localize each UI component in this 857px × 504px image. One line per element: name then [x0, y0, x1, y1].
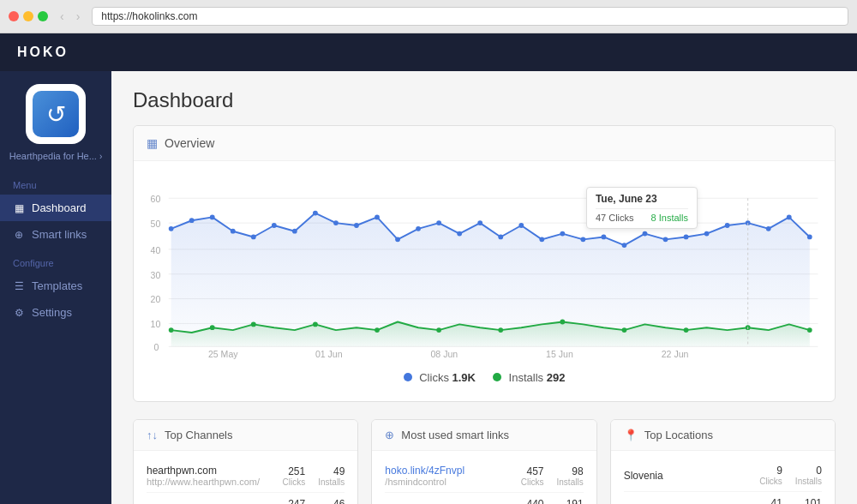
top-locations-title: Top Locations [644, 429, 713, 441]
sidebar-item-settings-label: Settings [32, 306, 72, 319]
logo: HOKO [17, 45, 69, 60]
link-info-1: hoko.link/4zFnvpl /hsmindcontrol [385, 465, 464, 487]
sidebar-item-smart-links-label: Smart links [32, 228, 87, 241]
channels-icon: ↑↓ [147, 429, 158, 441]
svg-point-40 [602, 235, 607, 240]
most-used-links-header: ⊕ Most used smart links [372, 420, 596, 451]
svg-point-21 [210, 215, 215, 220]
top-nav: HOKO [0, 33, 857, 71]
svg-point-55 [375, 327, 380, 333]
svg-text:08 Jun: 08 Jun [431, 349, 458, 359]
configure-section-label: Configure [0, 248, 111, 273]
top-channels-body: hearthpwn.com http://www.hearthpwn.com/ … [134, 451, 357, 504]
most-used-links-card: ⊕ Most used smart links hoko.link/4zFnvp… [371, 419, 596, 504]
chart-legend: Clicks 1.9K Installs 292 [142, 363, 826, 393]
most-used-links-body: hoko.link/4zFnvpl /hsmindcontrol 457 Cli… [372, 451, 596, 504]
overview-card-header: ▦ Overview [134, 126, 835, 161]
clicks-legend: Clicks 1.9K [404, 371, 476, 384]
sidebar-item-dashboard[interactable]: ▦ Dashboard [0, 195, 111, 221]
installs-dot [493, 373, 501, 381]
location-row-1: Slovenia 9 Clicks 0 Installs [624, 459, 822, 492]
sidebar-item-settings[interactable]: ⚙ Settings [0, 299, 111, 326]
svg-text:30: 30 [151, 270, 161, 280]
chart-icon: ▦ [147, 136, 158, 150]
link-installs-2: 191 Installs [557, 498, 584, 504]
link-row-2: hoko.link/i8BSFnv 440 Clicks 191 [385, 493, 583, 504]
installs-legend: Installs 292 [493, 371, 565, 384]
svg-point-53 [251, 321, 256, 327]
link-icon-2: ⊕ [385, 429, 394, 441]
svg-point-54 [313, 321, 318, 327]
svg-point-49 [787, 215, 792, 220]
clicks-legend-label: Clicks [419, 371, 449, 384]
browser-chrome: ‹ › https://hokolinks.com [0, 0, 857, 33]
location-clicks-2: 41 Clicks [759, 497, 782, 504]
forward-button[interactable]: › [71, 8, 86, 25]
svg-point-37 [539, 237, 544, 242]
sidebar-item-smart-links[interactable]: ⊕ Smart links [0, 221, 111, 248]
svg-point-19 [169, 226, 174, 231]
overview-chart: 60 50 40 30 20 10 0 [142, 174, 826, 363]
svg-text:25 May: 25 May [208, 349, 238, 359]
main-layout: ↺ Hearthpedia for He... › Menu ▦ Dashboa… [0, 71, 857, 504]
url-bar[interactable]: https://hokolinks.com [92, 7, 848, 26]
close-button[interactable] [9, 11, 19, 21]
svg-point-62 [807, 327, 812, 333]
link-url-1[interactable]: hoko.link/4zFnvpl [385, 465, 464, 477]
svg-point-26 [313, 211, 318, 216]
svg-point-48 [766, 226, 771, 231]
tooltip-installs: 8 Installs [651, 213, 688, 223]
installs-legend-value: 292 [547, 371, 566, 384]
page-title: Dashboard [133, 88, 836, 112]
svg-point-52 [210, 325, 215, 330]
svg-point-50 [807, 235, 812, 240]
svg-point-25 [292, 229, 297, 234]
link-clicks-2: 440 Clicks [521, 498, 544, 504]
channel-installs-2: 46 Installs [318, 498, 345, 504]
svg-text:15 Jun: 15 Jun [546, 349, 573, 359]
location-icon: 📍 [624, 429, 638, 441]
svg-point-43 [663, 237, 668, 242]
sidebar-item-templates[interactable]: ☰ Templates [0, 273, 111, 299]
app-icon: ↺ [26, 84, 86, 144]
tooltip-date: Tue, June 23 [596, 193, 688, 209]
location-name-1: Slovenia [624, 470, 663, 482]
chevron-right-icon: › [99, 152, 102, 161]
link-icon: ⊕ [13, 229, 25, 241]
svg-point-42 [643, 231, 648, 237]
svg-point-35 [498, 235, 503, 240]
maximize-button[interactable] [38, 11, 48, 21]
svg-text:01 Jun: 01 Jun [315, 349, 343, 359]
sidebar: ↺ Hearthpedia for He... › Menu ▦ Dashboa… [0, 71, 111, 504]
settings-icon: ⚙ [13, 307, 25, 319]
content-area: Dashboard ▦ Overview Tue, June 23 47 Cli… [111, 71, 857, 504]
installs-legend-label: Installs [509, 371, 543, 384]
svg-point-24 [272, 223, 277, 228]
svg-text:10: 10 [151, 319, 161, 329]
chart-container: Tue, June 23 47 Clicks 8 Installs 60 50 … [134, 161, 835, 401]
svg-point-31 [416, 226, 421, 231]
svg-point-60 [684, 327, 689, 333]
back-button[interactable]: ‹ [55, 8, 69, 25]
svg-point-20 [189, 218, 195, 223]
menu-section-label: Menu [0, 170, 111, 195]
clicks-legend-value: 1.9K [452, 371, 476, 384]
traffic-lights [9, 11, 48, 21]
minimize-button[interactable] [23, 11, 33, 21]
channel-row-1: hearthpwn.com http://www.hearthpwn.com/ … [147, 459, 345, 493]
chart-tooltip: Tue, June 23 47 Clicks 8 Installs [586, 187, 698, 229]
sidebar-item-dashboard-label: Dashboard [32, 201, 87, 214]
app-name[interactable]: Hearthpedia for He... › [9, 151, 102, 161]
channel-stats-1: 251 Clicks 49 Installs [283, 465, 345, 487]
location-installs-1: 0 Installs [795, 465, 822, 486]
svg-point-33 [457, 231, 462, 237]
channel-name-text-1: hearthpwn.com [147, 465, 260, 477]
channel-stats-2: 247 Clicks 46 Installs [283, 498, 345, 504]
nav-buttons: ‹ › [55, 8, 85, 25]
top-channels-title: Top Channels [165, 429, 233, 441]
top-channels-header: ↑↓ Top Channels [134, 420, 357, 451]
channel-url-1: http://www.hearthpwn.com/ [147, 477, 260, 487]
link-path-1: /hsmindcontrol [385, 477, 464, 487]
app: HOKO ↺ Hearthpedia for He... › Menu ▦ Da… [0, 33, 857, 504]
location-installs-2: 101 Installs [795, 497, 822, 504]
